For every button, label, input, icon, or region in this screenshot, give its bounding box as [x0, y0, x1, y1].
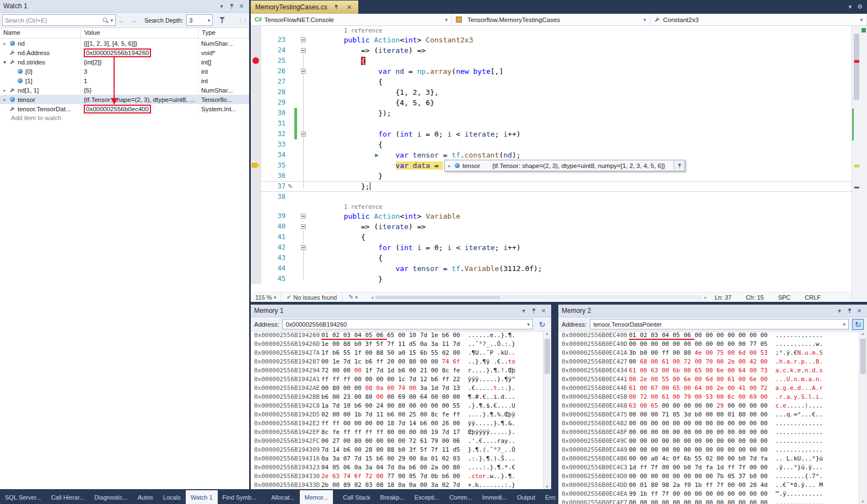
column-header-value[interactable]: Value	[81, 28, 198, 38]
editor-vertical-scrollbar[interactable]	[852, 26, 867, 302]
code-line[interactable]: 43 {	[251, 253, 852, 263]
memory-row[interactable]: 0x000002556B19432304 05 06 0a 3a 04 7d 0…	[251, 463, 543, 472]
watch-row[interactable]: ▸tensor{tf.Tensor: shape=(2, 3), dtype=u…	[0, 95, 249, 104]
search-icon[interactable]	[102, 17, 109, 24]
memory-row[interactable]: 0x000002556B0EC4EA99 1b ff 7f 00 00 00 0…	[558, 490, 859, 498]
datatip-popup[interactable]: ▸ tensor {tf.Tensor: shape=(2, 3), dtype…	[444, 160, 685, 171]
memory1-scrollbar[interactable]	[543, 331, 551, 489]
glyph-margin[interactable]	[251, 221, 261, 232]
memory-row[interactable]: 0x000002556B1942A1ff ff ff 00 00 00 00 1…	[251, 375, 543, 384]
tool-window-tab-call-stack[interactable]: Call Stack	[338, 490, 375, 504]
memory1-hex-view[interactable]: 0x000002556B19426001 02 03 04 05 06 65 0…	[251, 331, 543, 489]
code-line[interactable]: 40 => (iterate) =>	[251, 221, 852, 232]
run-to-click-icon[interactable]: ▶	[375, 150, 379, 160]
project-dropdown[interactable]: C# TensorFlowNET.Console ▾	[251, 14, 452, 25]
watch-row[interactable]: nd.Address0x000002556b194260void*	[0, 48, 249, 57]
tool-window-tab-breakp[interactable]: Breakp...	[375, 490, 410, 504]
code-line[interactable]: 26 var nd = np.array(new byte[,]	[251, 66, 852, 77]
code-line[interactable]: 29 {4, 5, 6}	[251, 97, 852, 108]
refresh-icon[interactable]: ↻	[536, 319, 548, 330]
glyph-margin[interactable]	[251, 139, 261, 150]
tool-window-tab-diagnostic[interactable]: Diagnostic...	[89, 490, 133, 504]
glyph-margin[interactable]	[251, 242, 261, 253]
expander-icon[interactable]: ▸	[446, 163, 453, 169]
search-input[interactable]: Search (Ctrl+E) ▾	[2, 14, 116, 26]
watch-titlebar[interactable]: Watch 1 ▾ ✕	[0, 0, 249, 13]
tool-window-tab-call-hierar[interactable]: Call Hierar...	[46, 490, 90, 504]
toolbar-overflow-icon[interactable]: ⋮⋮	[238, 18, 247, 23]
memory-row[interactable]: 0x000002556B1942D502 00 00 1b 7d 11 b6 0…	[251, 410, 543, 419]
memory1-address-input[interactable]: 0x000002556B194260 ▾	[282, 319, 533, 329]
expander-icon[interactable]: ▸	[1, 88, 8, 93]
watch-row[interactable]: tensor.TensorDat...0x000002556b0ec400Sys…	[0, 104, 249, 113]
memory-row[interactable]: 0x000002556B1942E2ff ff 00 00 00 00 18 7…	[251, 419, 543, 428]
memory-row[interactable]: 0x000002556B1943160a 3a 07 7d 15 b6 00 2…	[251, 454, 543, 463]
memory-row[interactable]: 0x000002556B0EC4A900 00 00 00 00 00 00 0…	[558, 446, 859, 454]
glyph-margin[interactable]	[251, 181, 261, 192]
code-line[interactable]: 28 {1, 2, 3},	[251, 87, 852, 97]
scrollbar-thumb[interactable]	[545, 339, 550, 374]
glyph-margin[interactable]	[251, 97, 261, 108]
line-indicator[interactable]: Ln: 37	[715, 294, 732, 301]
space-indicator[interactable]: SPC	[778, 294, 791, 301]
search-options-chevron-icon[interactable]: ▾	[110, 18, 113, 23]
glyph-margin[interactable]	[251, 160, 261, 171]
glyph-margin[interactable]	[251, 108, 261, 118]
memory-row[interactable]: 0x000002556B1942FC00 27 00 80 00 00 00 0…	[251, 437, 543, 446]
code-line[interactable]: 44 var tensor = tf.Variable(3112.0f);	[251, 263, 852, 274]
memory-row[interactable]: 0x000002556B19428700 1e 7d 1c b6 ff 20 0…	[251, 357, 543, 366]
code-line[interactable]: 37✎ };	[251, 181, 852, 192]
glyph-margin[interactable]	[251, 192, 261, 202]
code-line[interactable]: 23 public Action<int> Constant2x3	[251, 35, 852, 45]
code-line[interactable]: 32 for (int i = 0; i < iterate; i++)	[251, 129, 852, 139]
code-line[interactable]: 45 }	[251, 274, 852, 284]
fold-collapse-icon[interactable]	[301, 224, 306, 229]
tool-window-tab-excepti[interactable]: Excepti...	[410, 490, 444, 504]
code-editor[interactable]: 1 reference23 public Action<int> Constan…	[251, 26, 852, 292]
glyph-margin[interactable]	[251, 129, 261, 139]
chevron-down-icon[interactable]: ▾	[527, 322, 530, 327]
glyph-margin[interactable]	[251, 56, 261, 66]
memory-row[interactable]: 0x000002556B0EC4F700 00 00 00 00 00 00 0…	[558, 498, 859, 504]
watch-value[interactable]: {tf.Tensor: shape=(2, 3), dtype=uint8, .…	[81, 95, 198, 104]
watch-value[interactable]: 0x000002556b0ec400	[81, 104, 198, 113]
scroll-right-icon[interactable]: ▸	[704, 295, 707, 300]
glyph-margin[interactable]	[251, 87, 261, 97]
memory-row[interactable]: 0x000002556B0EC40D00 00 00 00 00 00 00 0…	[558, 340, 859, 349]
close-icon[interactable]: ✕	[855, 306, 864, 315]
expander-icon[interactable]: ▾	[1, 59, 8, 65]
memory-row[interactable]: 0x000002556B0EC49C00 00 00 00 00 00 00 0…	[558, 437, 859, 446]
memory-row[interactable]: 0x000002556B1942C81a 7d 10 b6 00 24 00 8…	[251, 402, 543, 410]
memory-row[interactable]: 0x000002556B1942EF8c fe ff ff ff ff 00 0…	[251, 428, 543, 437]
code-line[interactable]: 33 {	[251, 139, 852, 150]
scrollbar-thumb[interactable]	[860, 339, 866, 374]
scroll-left-icon[interactable]: ◂	[371, 295, 374, 300]
pin-icon[interactable]	[845, 306, 854, 315]
watch-value[interactable]: {[[1, 2, 3], [4, 5, 6]]}	[81, 39, 198, 48]
pin-icon[interactable]	[227, 2, 236, 10]
memory-row[interactable]: 0x000002556B0EC47500 00 00 71 05 3d b0 0…	[558, 410, 859, 419]
tool-window-tab-output[interactable]: Output	[512, 490, 540, 504]
tool-window-tab-sql-server[interactable]: SQL Server...	[0, 490, 46, 504]
tool-window-tab-memor[interactable]: Memor...	[300, 490, 333, 504]
codelens-references[interactable]: 1 reference	[309, 26, 383, 35]
refresh-icon[interactable]: ↻	[852, 319, 864, 330]
watch-value[interactable]: 1	[81, 76, 198, 85]
filter-icon[interactable]	[218, 16, 227, 24]
glyph-margin[interactable]	[251, 232, 261, 242]
breakpoint-icon[interactable]	[252, 57, 259, 64]
scrollbar-thumb[interactable]	[375, 296, 499, 299]
memory-row[interactable]: 0x000002556B19429472 00 00 00 1f 7d 1d b…	[251, 366, 543, 375]
memory-row[interactable]: 0x000002556B0EC4DD00 01 80 98 2a f0 1b f…	[558, 481, 859, 490]
code-line[interactable]: 25 {	[251, 56, 852, 66]
column-header-name[interactable]: Name	[0, 28, 81, 38]
search-depth-select[interactable]: 3 ▾	[186, 14, 213, 26]
memory2-titlebar[interactable]: Memory 2 ▾ ✕	[558, 305, 867, 317]
column-indicator[interactable]: Ch: 15	[746, 294, 763, 301]
tool-window-tab-watch-1[interactable]: Watch 1	[186, 490, 218, 504]
memory-row[interactable]: 0x000002556B0EC43461 00 63 00 6b 00 65 0…	[558, 366, 859, 375]
window-position-icon[interactable]: ▾	[519, 306, 528, 315]
watch-value[interactable]: 0x000002556b194260	[81, 48, 198, 57]
code-line[interactable]: 42 for (int i = 0; i < iterate; i++)	[251, 242, 852, 253]
watch-value[interactable]: {int[2]}	[81, 57, 198, 67]
